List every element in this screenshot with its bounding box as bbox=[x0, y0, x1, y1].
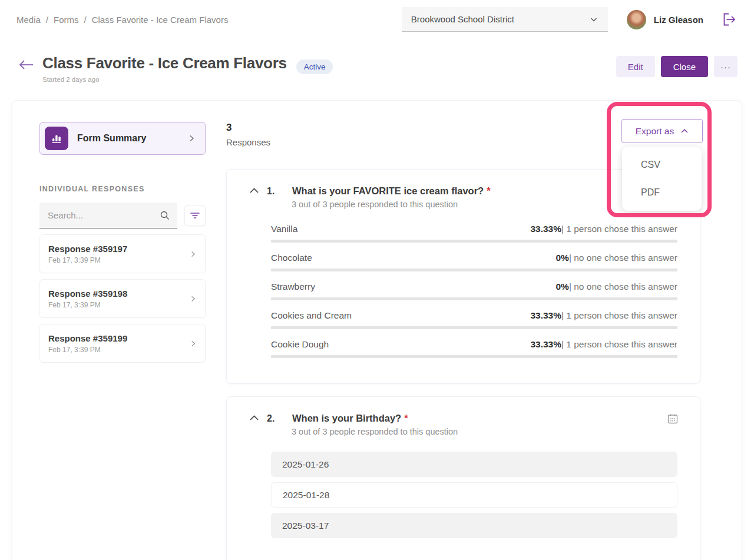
answer-bar bbox=[271, 326, 677, 329]
answer-bar bbox=[271, 355, 677, 358]
response-timestamp: Feb 17, 3:39 PM bbox=[48, 301, 127, 309]
export-menu: CSV PDF bbox=[622, 147, 702, 211]
answer-label: Chocolate bbox=[271, 253, 312, 263]
form-summary-label: Form Summary bbox=[77, 133, 146, 144]
breadcrumb-media[interactable]: Media bbox=[16, 15, 41, 25]
answer-bar bbox=[271, 297, 677, 300]
answer-bar bbox=[271, 240, 677, 243]
response-title: Response #359198 bbox=[48, 289, 127, 299]
answer-stats: 33.33%| 1 person chose this answer bbox=[530, 310, 677, 321]
response-list-item[interactable]: Response #359198 Feb 17, 3:39 PM bbox=[39, 279, 206, 318]
breadcrumb-current: Class Favorite - Ice Cream Flavors bbox=[92, 15, 229, 25]
question-response-stats: 3 out of 3 people responded to this ques… bbox=[292, 427, 677, 436]
answer-stats: 33.33%| 1 person chose this answer bbox=[530, 224, 677, 234]
breadcrumb-separator: / bbox=[46, 15, 48, 25]
answer-label: Cookie Dough bbox=[271, 339, 329, 350]
chevron-up-icon bbox=[680, 128, 689, 134]
question-response-stats: 3 out of 3 people responded to this ques… bbox=[292, 200, 677, 209]
edit-button[interactable]: Edit bbox=[616, 56, 655, 77]
response-title: Response #359197 bbox=[48, 244, 127, 254]
chevron-right-icon bbox=[187, 134, 196, 143]
back-arrow-icon[interactable] bbox=[19, 59, 34, 70]
answer-label: Vanilla bbox=[271, 224, 297, 234]
question-header: 1. What is your FAVORITE ice cream flavo… bbox=[249, 185, 677, 197]
answer-row: Cookie Dough 33.33%| 1 person chose this… bbox=[271, 339, 677, 358]
breadcrumb: Media / Forms / Class Favorite - Ice Cre… bbox=[16, 15, 402, 25]
answer-summary-list: Vanilla 33.33%| 1 person chose this answ… bbox=[271, 224, 677, 358]
answer-detail: | no one chose this answer bbox=[569, 281, 677, 291]
breadcrumb-separator: / bbox=[84, 15, 87, 25]
date-answer-list: 2025-01-26 2025-01-28 2025-03-17 bbox=[271, 452, 677, 538]
answer-row: Strawberry 0%| no one chose this answer bbox=[271, 281, 677, 300]
answer-percent: 33.33% bbox=[530, 339, 561, 349]
response-item-text: Response #359197 Feb 17, 3:39 PM bbox=[48, 244, 127, 264]
bar-chart-icon bbox=[45, 127, 68, 150]
chevron-right-icon bbox=[189, 340, 197, 347]
question-card-2: 2. When is your Birthday?* 3 out of 3 pe… bbox=[226, 396, 700, 560]
breadcrumb-forms[interactable]: Forms bbox=[54, 15, 79, 25]
answer-row: Cookies and Cream 33.33%| 1 person chose… bbox=[271, 310, 677, 329]
response-title: Response #359199 bbox=[48, 333, 127, 343]
user-name: Liz Gleason bbox=[654, 15, 703, 25]
response-list-item[interactable]: Response #359197 Feb 17, 3:39 PM bbox=[39, 234, 206, 273]
response-timestamp: Feb 17, 3:39 PM bbox=[48, 346, 127, 354]
answer-row: Chocolate 0%| no one chose this answer bbox=[271, 253, 677, 271]
filter-icon bbox=[190, 211, 200, 220]
more-options-button[interactable]: ··· bbox=[714, 56, 738, 77]
answer-percent: 0% bbox=[555, 281, 568, 291]
started-timestamp: Started 2 days ago bbox=[42, 76, 287, 83]
chevron-right-icon bbox=[189, 295, 197, 303]
district-selector-value: Brookwood School District bbox=[411, 14, 514, 24]
search-icon bbox=[160, 210, 170, 221]
answer-label: Cookies and Cream bbox=[271, 310, 352, 321]
logout-icon[interactable] bbox=[721, 11, 738, 28]
district-selector[interactable]: Brookwood School District bbox=[402, 7, 608, 32]
response-item-text: Response #359198 Feb 17, 3:39 PM bbox=[48, 289, 127, 309]
answer-bar bbox=[271, 269, 677, 271]
header-actions: Edit Close ··· bbox=[616, 56, 738, 77]
export-as-button[interactable]: Export as bbox=[621, 119, 703, 143]
answer-detail: | 1 person chose this answer bbox=[561, 224, 677, 234]
search-row bbox=[39, 203, 206, 228]
response-list-item[interactable]: Response #359199 Feb 17, 3:39 PM bbox=[39, 324, 206, 363]
required-asterisk: * bbox=[404, 413, 408, 423]
response-timestamp: Feb 17, 3:39 PM bbox=[48, 256, 127, 264]
avatar bbox=[627, 10, 646, 29]
answer-detail: | 1 person chose this answer bbox=[561, 339, 677, 349]
responses-sidebar: Form Summary INDIVIDUAL RESPONSES bbox=[39, 122, 206, 560]
answer-row: Vanilla 33.33%| 1 person chose this answ… bbox=[271, 224, 677, 243]
question-header: 2. When is your Birthday?* bbox=[249, 413, 677, 424]
collapse-chevron-up-icon[interactable] bbox=[249, 187, 259, 194]
answer-stats: 0%| no one chose this answer bbox=[555, 281, 677, 292]
response-item-text: Response #359199 Feb 17, 3:39 PM bbox=[48, 333, 127, 354]
answer-stats: 0%| no one chose this answer bbox=[555, 253, 677, 263]
search-input[interactable] bbox=[39, 203, 177, 228]
form-summary-button[interactable]: Form Summary bbox=[39, 122, 206, 155]
chevron-down-icon bbox=[589, 15, 598, 24]
answer-percent: 33.33% bbox=[530, 310, 561, 320]
date-answer-row: 2025-01-28 bbox=[271, 482, 677, 508]
topbar: Media / Forms / Class Favorite - Ice Cre… bbox=[0, 0, 754, 39]
export-as-label: Export as bbox=[636, 126, 674, 137]
user-menu[interactable]: Liz Gleason bbox=[627, 10, 703, 29]
required-asterisk: * bbox=[487, 185, 490, 196]
answer-detail: | 1 person chose this answer bbox=[561, 310, 677, 320]
answer-detail: | no one chose this answer bbox=[569, 253, 677, 263]
calendar-icon bbox=[667, 413, 679, 425]
title-block: Class Favorite - Ice Cream Flavors Start… bbox=[42, 54, 287, 83]
filter-button[interactable] bbox=[184, 205, 206, 226]
question-number: 2. bbox=[267, 413, 279, 424]
date-answer-row: 2025-01-26 bbox=[271, 452, 677, 477]
collapse-chevron-up-icon[interactable] bbox=[249, 415, 259, 421]
close-button[interactable]: Close bbox=[661, 56, 708, 77]
search-wrap bbox=[39, 203, 177, 228]
export-option-csv[interactable]: CSV bbox=[622, 151, 702, 178]
question-title: When is your Birthday?* bbox=[292, 413, 408, 424]
status-badge: Active bbox=[296, 59, 333, 74]
answer-percent: 33.33% bbox=[530, 224, 561, 234]
answer-label: Strawberry bbox=[271, 281, 315, 292]
individual-responses-heading: INDIVIDUAL RESPONSES bbox=[39, 185, 206, 193]
export-option-pdf[interactable]: PDF bbox=[622, 178, 702, 206]
answer-stats: 33.33%| 1 person chose this answer bbox=[530, 339, 677, 350]
question-title: What is your FAVORITE ice cream flavor?* bbox=[292, 185, 491, 197]
